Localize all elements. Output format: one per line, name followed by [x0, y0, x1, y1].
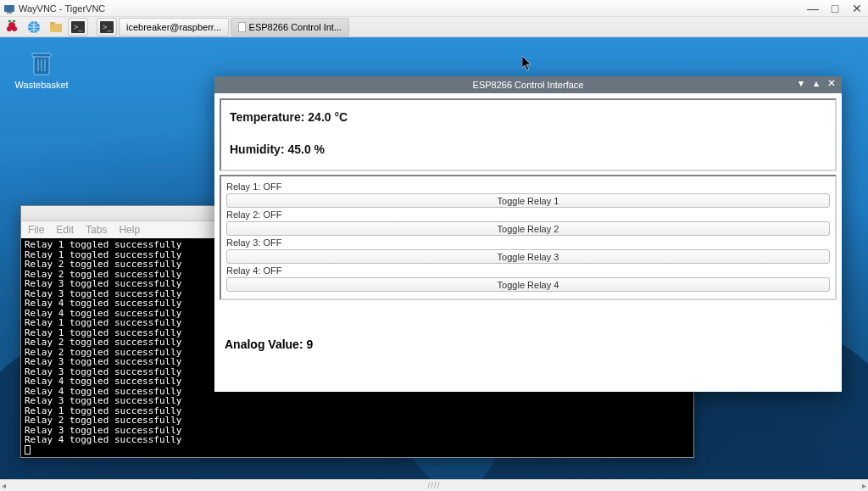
desktop[interactable]: Wastebasket File Edit Tabs Help Relay 1 … [0, 37, 868, 491]
sensor-readings-box: Temperature: 24.0 °C Humidity: 45.0 % [220, 98, 837, 171]
toggle-relay-4-button[interactable]: Toggle Relay 4 [226, 277, 830, 292]
relay-2-status: Relay 2: OFF [226, 209, 830, 220]
rpi-menu-icon[interactable] [2, 18, 22, 36]
relay-controls-box: Relay 1: OFF Toggle Relay 1 Relay 2: OFF… [220, 175, 837, 300]
web-browser-icon[interactable] [24, 18, 44, 36]
tigervnc-icon [3, 3, 15, 14]
esp-body: Temperature: 24.0 °C Humidity: 45.0 % Re… [214, 93, 842, 356]
vnc-titlebar: WayVNC - TigerVNC ― □ ✕ [0, 0, 868, 17]
relay-4-status: Relay 4: OFF [226, 265, 830, 276]
svg-rect-7 [50, 22, 55, 25]
taskbar-item-terminal-label: icebreaker@raspberr... [126, 22, 221, 32]
vnc-title: WayVNC - TigerVNC [19, 3, 105, 14]
toggle-relay-3-button[interactable]: Toggle Relay 3 [226, 249, 830, 264]
svg-rect-0 [4, 5, 14, 12]
esp-window[interactable]: ESP8266 Control Interface ▾ ▴ ✕ Temperat… [214, 76, 842, 392]
toggle-relay-2-button[interactable]: Toggle Relay 2 [226, 221, 830, 236]
taskbar-item-terminal[interactable]: icebreaker@raspberr... [119, 18, 229, 36]
relay-3-status: Relay 3: OFF [226, 237, 830, 248]
esp-close-button[interactable]: ✕ [826, 78, 837, 88]
scroll-left-arrow-icon[interactable]: ◂ [2, 481, 6, 490]
vnc-horizontal-scrollbar[interactable]: ◂ //// ▸ [0, 479, 868, 491]
esp-title: ESP8266 Control Interface [473, 80, 584, 90]
svg-rect-1 [7, 12, 12, 14]
vnc-maximize-button[interactable]: □ [827, 2, 843, 15]
terminal-menu-file[interactable]: File [28, 224, 44, 236]
vnc-minimize-button[interactable]: ― [805, 2, 821, 15]
svg-point-4 [12, 26, 17, 31]
humidity-reading: Humidity: 45.0 % [230, 142, 826, 156]
svg-rect-6 [50, 24, 62, 32]
scroll-right-arrow-icon[interactable]: ▸ [862, 481, 866, 490]
terminal-menu-edit[interactable]: Edit [56, 224, 74, 236]
mouse-cursor-icon [522, 56, 532, 71]
terminal-launcher-1-icon[interactable]: >_ [68, 18, 88, 36]
wastebasket-desktop-icon[interactable]: Wastebasket [12, 49, 71, 90]
svg-text:>_: >_ [103, 23, 112, 31]
esp-minimize-button[interactable]: ▾ [796, 78, 806, 88]
terminal-menu-help[interactable]: Help [119, 224, 140, 236]
temperature-reading: Temperature: 24.0 °C [230, 110, 826, 124]
esp-titlebar[interactable]: ESP8266 Control Interface ▾ ▴ ✕ [214, 76, 842, 93]
taskbar-item-esp[interactable]: ESP8266 Control Int... [231, 18, 349, 36]
file-manager-icon[interactable] [46, 18, 66, 36]
vnc-close-button[interactable]: ✕ [849, 2, 865, 15]
window-icon [238, 22, 246, 32]
svg-point-3 [7, 26, 12, 31]
esp-maximize-button[interactable]: ▴ [811, 78, 821, 88]
relay-1-status: Relay 1: OFF [226, 181, 830, 192]
svg-rect-13 [32, 53, 51, 57]
rpi-taskbar: >_ >_ icebreaker@raspberr... ESP8266 Con… [0, 17, 868, 37]
analog-value-reading: Analog Value: 9 [220, 338, 837, 351]
toggle-relay-1-button[interactable]: Toggle Relay 1 [226, 193, 830, 208]
scrollbar-grip[interactable]: //// [427, 481, 440, 490]
svg-text:>_: >_ [74, 23, 83, 31]
taskbar-item-esp-label: ESP8266 Control Int... [249, 22, 342, 32]
terminal-menu-tabs[interactable]: Tabs [86, 224, 107, 236]
wastebasket-label: Wastebasket [12, 80, 71, 90]
terminal-launcher-2-icon[interactable]: >_ [97, 18, 117, 36]
